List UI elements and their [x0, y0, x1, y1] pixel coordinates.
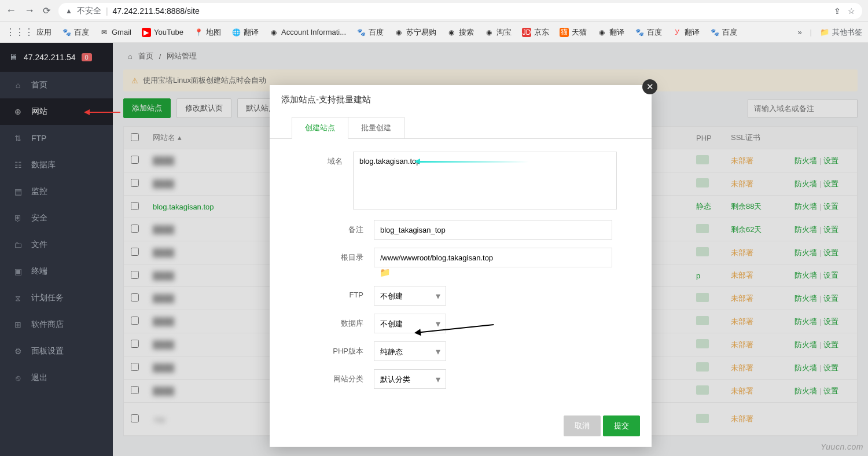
modal-footer: 取消 提交 — [270, 409, 652, 447]
browser-bar: ← → ⟳ ▲ 不安全 | 47.242.211.54:8888/site ⇪ … — [0, 0, 868, 22]
baidu-icon: 🐾 — [62, 28, 71, 37]
bookmark-item[interactable]: ▶YouTube — [142, 28, 183, 37]
other-bookmarks[interactable]: 📁其他书签 — [820, 27, 862, 38]
close-button[interactable]: ✕ — [642, 79, 657, 94]
back-button[interactable]: ← — [6, 5, 16, 17]
star-icon[interactable]: ☆ — [848, 6, 855, 16]
label-php: PHP版本 — [270, 341, 374, 356]
taobao-icon: ◉ — [484, 28, 494, 37]
baidu-icon: 🐾 — [710, 28, 719, 37]
youtube-icon: ▶ — [142, 28, 151, 37]
bookmark-item[interactable]: ✉Gmail — [100, 28, 131, 37]
baidu-icon: 🐾 — [356, 28, 366, 37]
translate-icon: У — [672, 28, 682, 37]
label-db: 数据库 — [270, 314, 374, 329]
tab-batch[interactable]: 批量创建 — [348, 117, 404, 139]
suning-icon: ◉ — [394, 28, 403, 37]
gmail-icon: ✉ — [100, 28, 109, 37]
bookmark-item[interactable]: ◉Account Informati... — [269, 28, 346, 37]
reload-button[interactable]: ⟳ — [43, 5, 50, 16]
folder-icon: 📁 — [820, 28, 829, 36]
tab-create[interactable]: 创建站点 — [292, 117, 348, 139]
overflow-icon[interactable]: » — [797, 28, 801, 36]
bookmark-item[interactable]: ◉搜索 — [447, 27, 474, 38]
ftp-select[interactable]: 不创建 — [374, 286, 446, 306]
root-input[interactable] — [374, 248, 612, 267]
bookmark-item[interactable]: ◉淘宝 — [484, 27, 512, 38]
bookmarks-bar: ⋮⋮⋮应用 🐾百度 ✉Gmail ▶YouTube 📍地图 🌐翻译 ◉Accou… — [0, 22, 868, 43]
bookmark-item[interactable]: 📍地图 — [194, 27, 221, 38]
watermark: Yuucn.com — [821, 442, 863, 451]
apps-button[interactable]: ⋮⋮⋮应用 — [6, 27, 52, 38]
translate-icon: ◉ — [597, 28, 606, 37]
label-remark: 备注 — [270, 220, 374, 235]
apps-icon: ⋮⋮⋮ — [6, 27, 34, 38]
bookmark-item[interactable]: JD京东 — [522, 27, 549, 38]
jd-icon: JD — [522, 28, 531, 37]
share-icon[interactable]: ⇪ — [834, 6, 841, 16]
category-select[interactable]: 默认分类 — [374, 369, 446, 389]
search-icon: ◉ — [447, 28, 456, 37]
translate-icon: 🌐 — [231, 28, 241, 37]
label-cat: 网站分类 — [270, 369, 374, 384]
annotation-arrow-cyan — [416, 161, 529, 163]
label-domain: 域名 — [270, 152, 353, 167]
bookmark-item[interactable]: 🐾百度 — [635, 27, 662, 38]
add-site-modal: ✕ 添加站点-支持批量建站 创建站点 批量创建 域名 备注 根目录 📁 FTP … — [270, 85, 652, 447]
create-site-form: 域名 备注 根目录 📁 FTP 不创建 数据库 不创建 PHP版本 纯静态 网站… — [270, 139, 652, 409]
insecure-label: 不安全 — [77, 6, 101, 16]
tmall-icon: 猫 — [560, 28, 569, 37]
domain-input[interactable] — [353, 152, 617, 209]
remark-input[interactable] — [374, 220, 612, 240]
folder-icon[interactable]: 📁 — [380, 267, 391, 277]
bookmark-item[interactable]: 🐾百度 — [62, 27, 89, 38]
baidu-icon: 🐾 — [635, 28, 644, 37]
bookmark-item[interactable]: 🐾百度 — [710, 27, 737, 38]
modal-tabs: 创建站点 批量创建 — [292, 117, 652, 139]
bookmark-item[interactable]: 🐾百度 — [356, 27, 384, 38]
bookmark-item[interactable]: ◉苏宁易购 — [394, 27, 436, 38]
bookmark-item[interactable]: У翻译 — [672, 27, 700, 38]
bookmark-item[interactable]: 猫天猫 — [560, 27, 587, 38]
modal-title: 添加站点-支持批量建站 — [270, 85, 652, 111]
account-icon: ◉ — [269, 28, 278, 37]
annotation-arrow-red — [86, 112, 120, 113]
url-text: 47.242.211.54:8888/site — [113, 6, 200, 16]
bookmark-item[interactable]: ◉翻译 — [597, 27, 624, 38]
label-root: 根目录 — [270, 248, 374, 263]
label-ftp: FTP — [270, 286, 374, 299]
php-select[interactable]: 纯静态 — [374, 341, 446, 361]
bookmark-item[interactable]: 🌐翻译 — [231, 27, 259, 38]
cancel-button[interactable]: 取消 — [564, 415, 601, 436]
url-bar[interactable]: ▲ 不安全 | 47.242.211.54:8888/site ⇪ ☆ — [58, 3, 862, 19]
forward-button[interactable]: → — [24, 5, 35, 17]
warning-icon: ▲ — [65, 7, 72, 15]
maps-icon: 📍 — [194, 28, 203, 37]
submit-button[interactable]: 提交 — [603, 415, 640, 436]
